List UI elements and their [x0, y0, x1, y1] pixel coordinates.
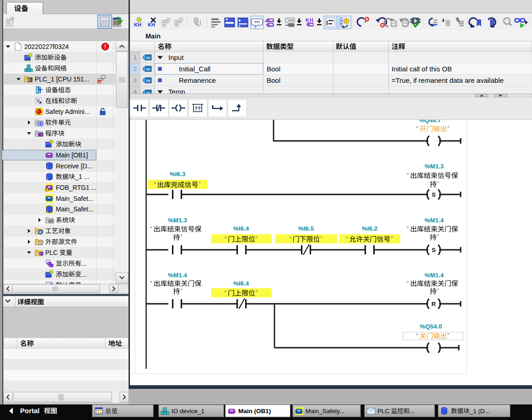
svg-text:K: K — [134, 22, 138, 27]
svg-text:”: ” — [181, 288, 183, 294]
svg-text:H: H — [151, 22, 155, 27]
svg-text:R: R — [431, 301, 436, 307]
svg-text:IO device_1: IO device_1 — [172, 408, 204, 415]
svg-text:S: S — [432, 191, 436, 198]
svg-text:...: ... — [81, 260, 87, 267]
svg-text:DI: DI — [146, 56, 150, 60]
svg-text:”: ” — [391, 236, 393, 242]
svg-text:Main [OB1]: Main [OB1] — [56, 151, 88, 159]
svg-text:%I6.4: %I6.4 — [233, 225, 249, 232]
svg-text:Receive [D...: Receive [D... — [56, 162, 92, 170]
svg-text:%I6.4: %I6.4 — [233, 280, 249, 287]
svg-text:2: 2 — [133, 65, 136, 72]
svg-text:K: K — [306, 17, 309, 23]
svg-text:PLC_1 [CPU 151...: PLC_1 [CPU 151... — [35, 75, 89, 83]
svg-text:PLC: PLC — [377, 408, 391, 415]
svg-text:“: “ — [407, 226, 409, 232]
svg-text:“: “ — [154, 181, 156, 188]
svg-text:“: “ — [407, 172, 409, 178]
svg-text:Bool: Bool — [267, 76, 280, 84]
svg-text:H: H — [310, 17, 313, 23]
svg-text:“: “ — [150, 280, 152, 286]
svg-text:Main_Safety...: Main_Safety... — [306, 408, 344, 415]
svg-text:“: “ — [225, 236, 226, 242]
svg-text:1: 1 — [133, 54, 136, 61]
svg-text:K: K — [148, 22, 151, 27]
svg-text:Main_Safet...: Main_Safet... — [56, 195, 94, 202]
svg-text:Main: Main — [145, 32, 161, 40]
svg-text:PLC: PLC — [45, 249, 59, 256]
svg-text:Initial_Call: Initial_Call — [179, 65, 210, 73]
svg-text:“: “ — [225, 290, 226, 296]
svg-text:Initial call of this OB: Initial call of this OB — [392, 65, 452, 73]
svg-text:Portal: Portal — [20, 407, 40, 415]
svg-text:”: ” — [447, 125, 449, 132]
svg-text:%M1.4: %M1.4 — [168, 272, 188, 279]
svg-text:%I6.5: %I6.5 — [298, 225, 314, 232]
svg-text:DI: DI — [146, 79, 150, 83]
svg-text:%M1.3: %M1.3 — [425, 163, 444, 170]
svg-text:”: ” — [256, 290, 258, 296]
svg-text:Input: Input — [168, 54, 184, 61]
svg-text:...: ... — [410, 408, 415, 415]
svg-text:=True, if remanent data are av: =True, if remanent data are available — [392, 76, 504, 84]
svg-text:Remanence: Remanence — [179, 76, 216, 84]
svg-text:”: ” — [181, 234, 183, 240]
svg-text:Bool: Bool — [267, 65, 280, 73]
svg-text:“: “ — [407, 280, 409, 286]
svg-text:“: “ — [290, 236, 291, 242]
svg-text:!: ! — [104, 43, 106, 50]
svg-text:Main (OB1): Main (OB1) — [238, 408, 271, 415]
svg-text:_1 ...: _1 ... — [75, 173, 89, 180]
svg-text:x: x — [98, 80, 100, 84]
svg-text:H: H — [138, 22, 141, 27]
svg-text:”: ” — [447, 333, 449, 339]
svg-text:Main_Safet...: Main_Safet... — [56, 205, 94, 213]
svg-text:S: S — [432, 247, 436, 253]
svg-text:“: “ — [346, 236, 348, 242]
svg-text:Safety Admini...: Safety Admini... — [45, 108, 90, 115]
svg-text:“: “ — [150, 226, 152, 232]
svg-text:“: “ — [416, 125, 418, 132]
svg-text:%M1.4: %M1.4 — [425, 272, 444, 279]
svg-text:”: ” — [437, 181, 439, 187]
svg-text:%M1.3: %M1.3 — [168, 217, 188, 224]
svg-text:”: ” — [437, 234, 439, 240]
svg-text:“: “ — [416, 333, 418, 339]
svg-text:%M1.4: %M1.4 — [425, 217, 444, 224]
svg-text:”: ” — [256, 236, 258, 242]
svg-text:20220227f0324: 20220227f0324 — [24, 43, 69, 50]
svg-text:??: ?? — [194, 106, 201, 111]
svg-text:01: 01 — [39, 242, 42, 244]
svg-text:DI: DI — [146, 67, 150, 71]
svg-text:”: ” — [199, 181, 201, 188]
svg-text:”: ” — [437, 288, 439, 294]
svg-text:%I6.2: %I6.2 — [362, 225, 378, 232]
svg-text:”: ” — [321, 236, 322, 242]
svg-text:FOB_RTG1 ...: FOB_RTG1 ... — [56, 184, 97, 191]
svg-text:_1 (D...: _1 (D... — [469, 408, 490, 415]
svg-text:%I6.3: %I6.3 — [170, 171, 186, 178]
svg-text:3: 3 — [133, 77, 136, 84]
svg-text:%Q54.0: %Q54.0 — [420, 323, 442, 330]
svg-text:...: ... — [81, 271, 87, 278]
